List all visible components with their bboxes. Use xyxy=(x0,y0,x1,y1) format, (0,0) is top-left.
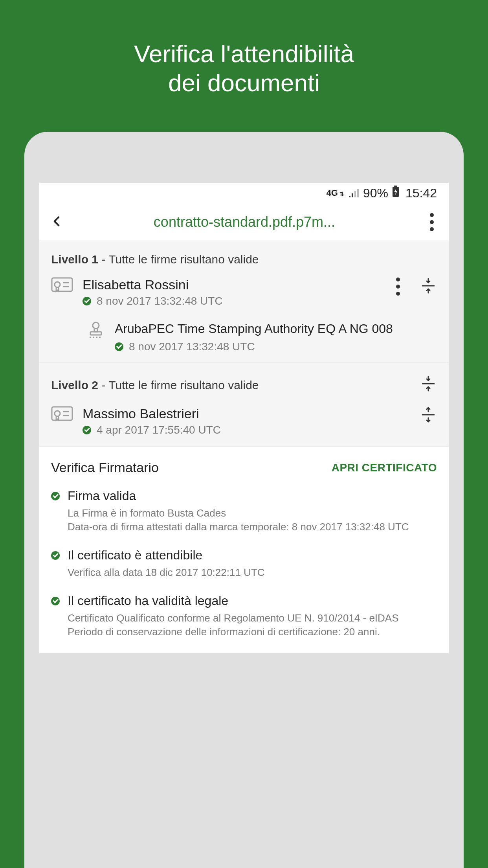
verify-panel: Verifica Firmatario APRI CERTIFICATO Fir… xyxy=(39,447,449,639)
document-title: contratto-standard.pdf.p7m... xyxy=(63,214,426,230)
verify-item-title: Il certificato è attendibile xyxy=(68,548,437,563)
verify-item-desc: La Firma è in formato Busta CadesData-or… xyxy=(68,506,437,534)
svg-rect-0 xyxy=(394,186,397,187)
battery-icon xyxy=(392,186,399,200)
expand-icon[interactable] xyxy=(420,406,437,425)
level-label-bold: Livello 1 xyxy=(51,253,98,266)
signer-row[interactable]: Massimo Balestrieri 4 apr 2017 17:55:40 … xyxy=(51,406,437,436)
collapse-icon[interactable] xyxy=(420,375,437,395)
screen: 4G ⇅ 90% 15:42 contratto-standard.pdf.p7… xyxy=(39,183,449,653)
promo-title: Verifica l'attendibilità dei documenti xyxy=(0,0,488,98)
level-label-rest: - Tutte le firme risultano valide xyxy=(98,253,259,266)
timestamp-authority-row[interactable]: ArubaPEC Time Stamping Authority EQ A NG… xyxy=(86,321,437,353)
more-icon[interactable] xyxy=(392,278,404,296)
promo-line2: dei documenti xyxy=(0,68,488,97)
certificate-icon xyxy=(51,406,73,425)
level-label-rest: - Tutte le firme risultano valide xyxy=(98,379,259,392)
device-frame: 4G ⇅ 90% 15:42 contratto-standard.pdf.p7… xyxy=(24,132,464,868)
signer-date: 4 apr 2017 17:55:40 UTC xyxy=(97,424,221,436)
status-bar: 4G ⇅ 90% 15:42 xyxy=(39,183,449,203)
app-bar: contratto-standard.pdf.p7m... xyxy=(39,203,449,241)
promo-line1: Verifica l'attendibilità xyxy=(0,39,488,68)
stamp-icon xyxy=(86,321,105,341)
back-icon[interactable] xyxy=(50,215,63,229)
collapse-icon[interactable] xyxy=(420,277,437,296)
svg-rect-8 xyxy=(90,332,101,335)
check-icon xyxy=(51,551,60,560)
battery-percent: 90% xyxy=(363,186,388,200)
signal-icon xyxy=(348,186,359,200)
level-header: Livello 1 - Tutte le firme risultano val… xyxy=(51,253,437,266)
verify-item-desc: Verifica alla data 18 dic 2017 10:22:11 … xyxy=(68,566,437,579)
check-icon xyxy=(51,597,60,605)
check-icon xyxy=(115,342,123,351)
signer-name: Massimo Balestrieri xyxy=(83,406,410,421)
check-icon xyxy=(83,426,91,434)
level-header: Livello 2 - Tutte le firme risultano val… xyxy=(51,375,437,395)
signature-level-2: Livello 2 - Tutte le firme risultano val… xyxy=(39,363,449,447)
verify-item: Firma valida La Firma è in formato Busta… xyxy=(51,489,437,534)
verify-item: Il certificato ha validità legale Certif… xyxy=(51,594,437,639)
level-label-bold: Livello 2 xyxy=(51,379,98,392)
verify-title: Verifica Firmatario xyxy=(51,460,159,475)
more-icon[interactable] xyxy=(426,213,438,231)
check-icon xyxy=(51,492,60,500)
verify-item: Il certificato è attendibile Verifica al… xyxy=(51,548,437,579)
signer-name: Elisabetta Rossini xyxy=(83,277,383,292)
network-icon: 4G ⇅ xyxy=(327,188,344,198)
certificate-icon xyxy=(51,277,73,296)
signature-level-1: Livello 1 - Tutte le firme risultano val… xyxy=(39,241,449,363)
clock: 15:42 xyxy=(405,186,437,200)
open-certificate-button[interactable]: APRI CERTIFICATO xyxy=(332,462,437,474)
tsa-date: 8 nov 2017 13:32:48 UTC xyxy=(129,340,255,353)
signer-row[interactable]: Elisabetta Rossini 8 nov 2017 13:32:48 U… xyxy=(51,277,437,307)
verify-item-desc: Certificato Qualificato conforme al Rego… xyxy=(68,611,437,639)
signer-date: 8 nov 2017 13:32:48 UTC xyxy=(97,295,223,307)
svg-point-7 xyxy=(93,322,99,329)
tsa-name: ArubaPEC Time Stamping Authority EQ A NG… xyxy=(115,321,437,337)
check-icon xyxy=(83,297,91,305)
svg-point-3 xyxy=(55,282,60,287)
svg-point-12 xyxy=(55,411,60,416)
verify-item-title: Il certificato ha validità legale xyxy=(68,594,437,608)
verify-item-title: Firma valida xyxy=(68,489,437,503)
